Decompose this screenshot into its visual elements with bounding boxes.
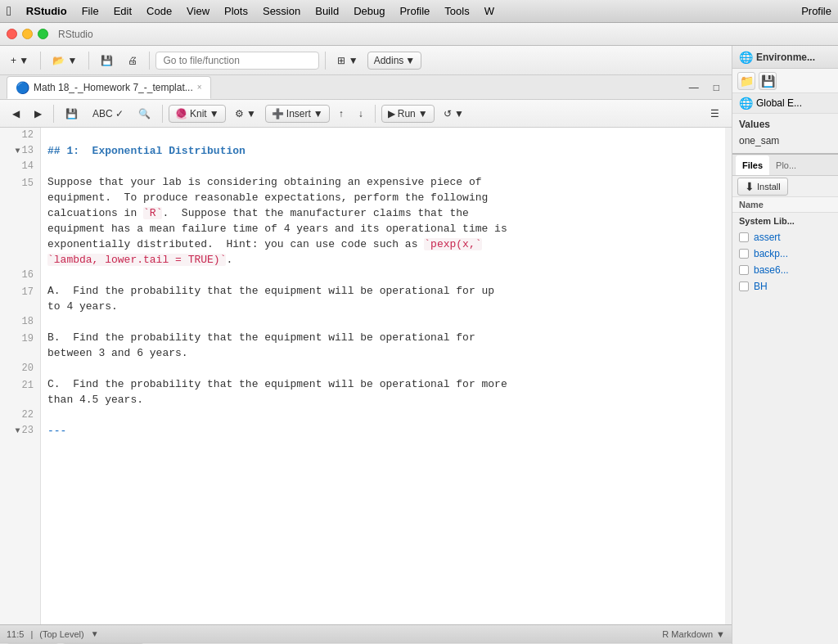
editor-scrollbar[interactable] xyxy=(725,128,732,624)
toolbar-separator-3 xyxy=(149,52,150,70)
knit-chevron: ▼ xyxy=(210,108,219,119)
env-save-button[interactable]: 💾 xyxy=(759,72,777,90)
line-15d: equipment has a mean failure time of 4 y… xyxy=(47,221,719,236)
search-doc-button[interactable]: 🔍 xyxy=(133,105,156,123)
package-assert[interactable]: assert xyxy=(732,229,838,245)
code-content[interactable]: ## 1: Exponential Distribution Suppose t… xyxy=(41,128,725,624)
menu-build[interactable]: Build xyxy=(309,3,345,19)
assert-checkbox[interactable] xyxy=(739,232,749,242)
menu-plots[interactable]: Plots xyxy=(218,3,255,19)
insert-chevron: ▼ xyxy=(313,108,323,119)
line-19a: B. Find the probability that the equipme… xyxy=(47,330,719,345)
maximize-editor-button[interactable]: □ xyxy=(708,79,725,97)
insert-button[interactable]: ➕ Insert ▼ xyxy=(265,105,330,123)
values-section: Values one_sam xyxy=(732,114,838,153)
menu-edit[interactable]: Edit xyxy=(107,3,138,19)
back-button[interactable]: ◀ xyxy=(7,105,25,123)
minimize-button[interactable] xyxy=(22,29,33,39)
tab-files[interactable]: Files xyxy=(736,155,769,175)
line-num-17: 17 xyxy=(0,283,40,314)
package-backp[interactable]: backp... xyxy=(732,245,838,262)
menu-view[interactable]: View xyxy=(180,3,216,19)
line-num-12: 12 xyxy=(0,128,40,143)
line-num-15: 15 xyxy=(0,174,40,268)
context-chevron: ▼ xyxy=(91,629,99,638)
menu-file[interactable]: File xyxy=(75,3,106,19)
install-label: Install xyxy=(757,182,781,191)
save-button[interactable]: 💾 xyxy=(95,52,119,70)
code-context[interactable]: (Top Level) xyxy=(39,629,83,639)
line-13: ## 1: Exponential Distribution xyxy=(47,143,719,159)
files-toolbar: ⬇ Install xyxy=(732,176,838,197)
bh-checkbox[interactable] xyxy=(739,281,749,291)
line-num-20: 20 xyxy=(0,361,40,376)
menu-session[interactable]: Session xyxy=(256,3,307,19)
line-num-18: 18 xyxy=(0,314,40,330)
goto-file-input[interactable] xyxy=(155,52,319,70)
tab-close-icon[interactable]: × xyxy=(197,83,202,92)
install-button[interactable]: ⬇ Install xyxy=(737,178,788,196)
package-bh[interactable]: BH xyxy=(732,278,838,295)
tab-label: Math 18_-_Homework 7_-_templat... xyxy=(34,82,193,93)
global-env-row[interactable]: 🌐 Global E... xyxy=(732,93,838,114)
tab-plots[interactable]: Plo... xyxy=(769,155,803,175)
status-right: R Markdown ▼ xyxy=(662,629,725,639)
traffic-lights xyxy=(7,29,48,39)
run-chevron: ▼ xyxy=(418,108,428,119)
rerun-button[interactable]: ↺ ▼ xyxy=(438,105,470,123)
line-12 xyxy=(47,128,719,143)
line-23: --- xyxy=(47,423,719,439)
insert-label: Insert xyxy=(286,108,311,119)
save-doc-button[interactable]: 💾 xyxy=(60,105,83,123)
line-15e: exponentially distributed. Hint: you can… xyxy=(47,236,719,252)
apple-menu[interactable]:  xyxy=(7,4,11,19)
forward-button[interactable]: ▶ xyxy=(29,105,47,123)
minimize-editor-button[interactable]: — xyxy=(683,79,705,97)
base6-checkbox[interactable] xyxy=(739,265,749,275)
addins-button[interactable]: Addins ▼ xyxy=(367,52,422,70)
menu-debug[interactable]: Debug xyxy=(347,3,391,19)
maximize-button[interactable] xyxy=(38,29,48,39)
bh-label: BH xyxy=(754,281,768,292)
line-17a: A. Find the probability that the equipme… xyxy=(47,283,719,299)
close-button[interactable] xyxy=(7,29,17,39)
spell-check-button[interactable]: ABC ✓ xyxy=(87,105,129,123)
menu-w[interactable]: W xyxy=(478,3,501,19)
open-file-button[interactable]: 📂 ▼ xyxy=(47,52,83,70)
print-button[interactable]: 🖨 xyxy=(122,52,143,70)
file-icon: 🔵 xyxy=(16,81,29,94)
knit-button[interactable]: 🧶 Knit ▼ xyxy=(169,105,226,123)
toolbar-separator-4 xyxy=(325,52,326,70)
menubar:  RStudio File Edit Code View Plots Sess… xyxy=(0,0,838,23)
insert-icon: ➕ xyxy=(272,108,284,119)
new-file-button[interactable]: + ▼ xyxy=(5,52,34,70)
settings-button[interactable]: ⚙ ▼ xyxy=(229,105,262,123)
menu-tools[interactable]: Tools xyxy=(438,3,475,19)
file-mode: R Markdown xyxy=(662,629,713,639)
right-bottom-tabs: Files Plo... xyxy=(732,155,838,176)
move-down-button[interactable]: ↓ xyxy=(353,105,369,123)
menu-rstudio[interactable]: RStudio xyxy=(20,3,74,19)
run-button[interactable]: ▶ Run ▼ xyxy=(381,105,435,123)
env-folder-button[interactable]: 📁 xyxy=(737,72,755,90)
line-17b: to 4 years. xyxy=(47,299,719,314)
toolbar-separator-1 xyxy=(40,52,41,70)
et-sep-3 xyxy=(375,105,376,123)
right-bottom-panel: Files Plo... ⬇ Install Name System Lib..… xyxy=(732,153,838,644)
value-item-1: one_sam xyxy=(739,133,831,148)
line-num-14: 14 xyxy=(0,159,40,174)
editor-tab-active[interactable]: 🔵 Math 18_-_Homework 7_-_templat... × xyxy=(7,76,211,99)
env-toolbar: 📁 💾 xyxy=(732,69,838,93)
cursor-position: 11:5 xyxy=(7,629,24,639)
hamburger-button[interactable]: ☰ xyxy=(705,105,725,123)
menu-profile[interactable]: Profile xyxy=(393,3,436,19)
line-14 xyxy=(47,159,719,174)
backp-checkbox[interactable] xyxy=(739,249,749,259)
install-icon: ⬇ xyxy=(745,180,755,193)
package-base6[interactable]: base6... xyxy=(732,262,838,278)
addins-label: Addins xyxy=(374,55,404,66)
move-up-button[interactable]: ↑ xyxy=(333,105,349,123)
menu-code[interactable]: Code xyxy=(140,3,178,19)
workspace-layout-button[interactable]: ⊞ ▼ xyxy=(331,52,363,70)
line-15c: calcuations in `R`. Suppose that the man… xyxy=(47,205,719,221)
